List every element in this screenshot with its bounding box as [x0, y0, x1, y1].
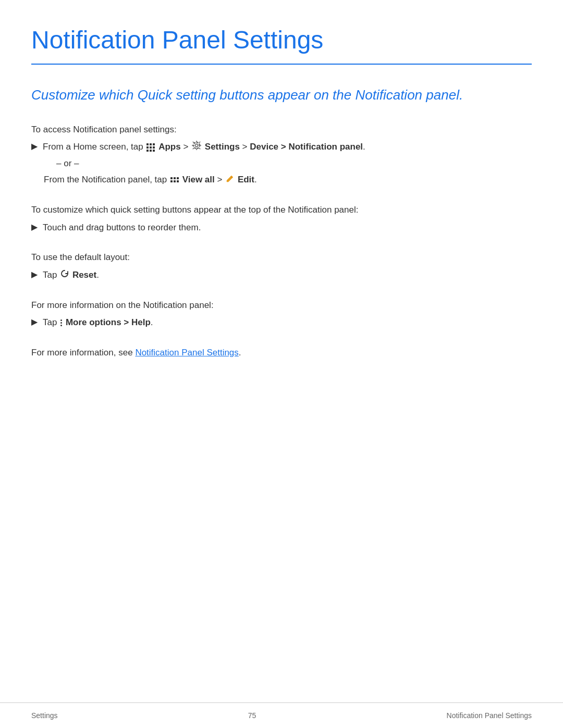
- more-info-heading: For more information on the Notification…: [31, 299, 532, 312]
- more-info-step: Tap More options > Help.: [43, 316, 153, 329]
- step1-bullet: ▶ From a Home screen, tap Apps >: [31, 140, 532, 154]
- customize-heading: To customize which quick setting buttons…: [31, 203, 532, 217]
- viewall-label: View all: [182, 175, 215, 184]
- bullet-arrow-1: ▶: [31, 141, 38, 151]
- svg-point-2: [193, 142, 200, 149]
- settings-icon: [192, 141, 201, 154]
- link-section: For more information, see Notification P…: [31, 346, 532, 364]
- page-footer: Settings 75 Notification Panel Settings: [0, 702, 563, 728]
- apps-label: Apps: [158, 142, 181, 152]
- footer-page-number: 75: [248, 711, 256, 720]
- footer-left: Settings: [31, 711, 58, 720]
- default-bullet: ▶ Tap Reset.: [31, 268, 532, 282]
- default-heading: To use the default layout:: [31, 251, 532, 264]
- footer-right: Notification Panel Settings: [447, 711, 532, 720]
- more-options-icon: [60, 319, 62, 327]
- page-container: Notification Panel Settings Customize wh…: [0, 0, 563, 728]
- access-heading: To access Notification panel settings:: [31, 123, 532, 137]
- page-title: Notification Panel Settings: [31, 25, 532, 55]
- title-divider: [31, 64, 532, 65]
- reset-icon: [60, 268, 69, 282]
- bullet-arrow-4: ▶: [31, 317, 38, 327]
- customize-bullet: ▶ Touch and drag buttons to reorder them…: [31, 221, 532, 235]
- reset-label: Reset: [72, 270, 96, 280]
- more-options-path: More options > Help: [66, 317, 151, 327]
- edit-icon: [226, 174, 234, 187]
- default-step: Tap Reset.: [43, 268, 99, 282]
- bullet-arrow-3: ▶: [31, 269, 38, 279]
- device-notification-path: Device > Notification panel: [250, 142, 363, 152]
- link-prefix: For more information, see: [31, 348, 133, 357]
- edit-label: Edit: [238, 175, 254, 184]
- notification-panel-settings-link[interactable]: Notification Panel Settings: [135, 348, 238, 357]
- viewall-icon: [170, 177, 179, 182]
- bullet-arrow-2: ▶: [31, 222, 38, 232]
- link-paragraph: For more information, see Notification P…: [31, 346, 532, 360]
- customize-step: Touch and drag buttons to reorder them.: [43, 221, 201, 235]
- settings-label: Settings: [205, 142, 240, 152]
- or-text: – or –: [44, 158, 532, 169]
- svg-point-0: [195, 144, 198, 147]
- step1-text: From a Home screen, tap Apps >: [43, 140, 365, 154]
- step2-block: From the Notification panel, tap View al…: [31, 173, 532, 187]
- apps-icon: [146, 143, 155, 152]
- page-subtitle: Customize which Quick setting buttons ap…: [31, 85, 532, 104]
- more-info-bullet: ▶ Tap More options > Help.: [31, 316, 532, 329]
- link-suffix: .: [239, 348, 241, 357]
- step2-text: From the Notification panel, tap View al…: [44, 175, 257, 184]
